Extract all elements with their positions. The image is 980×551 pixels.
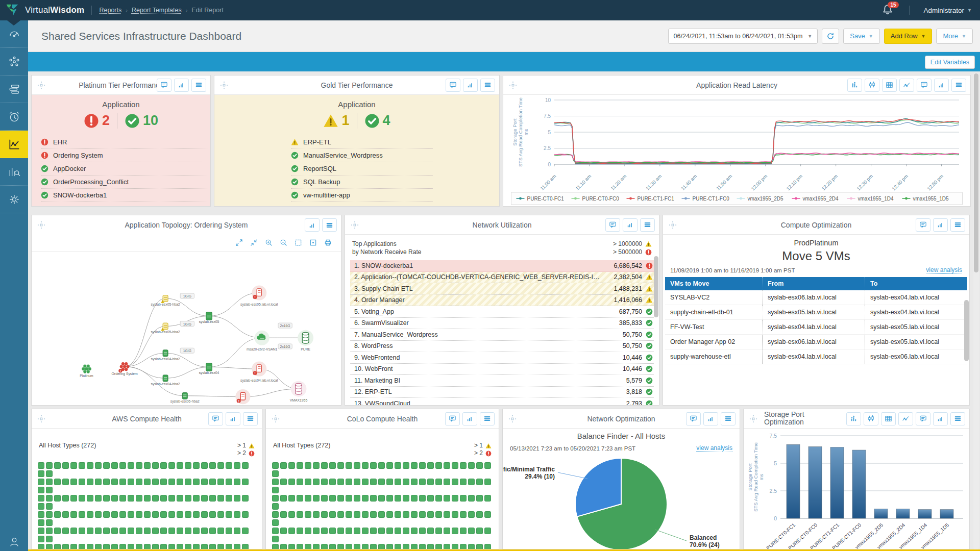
- host-cell-ok[interactable]: [484, 511, 491, 518]
- host-cell-ok[interactable]: [79, 479, 85, 485]
- host-cell-ok[interactable]: [111, 462, 118, 469]
- notifications-bell-icon[interactable]: 15: [881, 4, 895, 17]
- host-cell-ok[interactable]: [305, 544, 311, 550]
- column-chart-icon[interactable]: [847, 79, 862, 92]
- page-scrollbar[interactable]: [973, 72, 979, 550]
- host-cell-ok[interactable]: [201, 544, 208, 550]
- host-cell-ok[interactable]: [185, 479, 191, 485]
- host-cell-ok[interactable]: [403, 511, 409, 518]
- fit-icon[interactable]: [295, 239, 302, 248]
- host-cell-ok[interactable]: [288, 528, 295, 534]
- column-chart-icon[interactable]: [846, 412, 861, 425]
- comment-icon[interactable]: [605, 218, 620, 232]
- tier-item-SNOW-dockerba1[interactable]: SNOW-dockerba1: [41, 189, 208, 202]
- host-cell-ok[interactable]: [435, 528, 442, 534]
- host-cell-ok[interactable]: [468, 528, 475, 534]
- drag-handle-icon[interactable]: [749, 414, 758, 423]
- more-button[interactable]: More▼: [936, 29, 973, 44]
- host-cell-ok[interactable]: [395, 511, 401, 518]
- host-cell-ok[interactable]: [119, 479, 126, 485]
- host-cell-ok[interactable]: [272, 519, 279, 526]
- host-cell-ok[interactable]: [346, 528, 352, 534]
- host-cell-ok[interactable]: [476, 528, 483, 534]
- host-cell-ok[interactable]: [79, 544, 85, 550]
- comment-icon[interactable]: [445, 412, 460, 425]
- host-cell-ok[interactable]: [119, 528, 126, 534]
- host-cell-ok[interactable]: [168, 479, 175, 485]
- sidebar-item-topology[interactable]: [0, 48, 28, 76]
- comment-icon[interactable]: [916, 412, 930, 425]
- menu-icon[interactable]: [950, 218, 965, 232]
- host-cell-ok[interactable]: [378, 511, 385, 518]
- host-cell-ok[interactable]: [62, 544, 69, 550]
- network-utilization-row[interactable]: 2. Application--(TOMCAT-COUCHDB-VERTICA-…: [350, 272, 654, 284]
- host-cell-ok[interactable]: [95, 462, 102, 469]
- host-cell-ok[interactable]: [378, 479, 385, 485]
- host-cell-ok[interactable]: [427, 479, 434, 485]
- host-cell-ok[interactable]: [329, 544, 336, 550]
- comment-icon[interactable]: [157, 79, 172, 92]
- host-cell-ok[interactable]: [452, 544, 458, 550]
- breadcrumb-report-templates[interactable]: Report Templates: [132, 7, 182, 14]
- bar[interactable]: [852, 450, 866, 518]
- host-cell-ok[interactable]: [136, 462, 142, 469]
- network-utilization-row[interactable]: 3. Supply Chain ETL1,488,231: [350, 283, 654, 295]
- host-cell-ok[interactable]: [209, 462, 216, 469]
- host-cell-ok[interactable]: [111, 479, 118, 485]
- host-cell-ok[interactable]: [38, 487, 44, 493]
- network-utilization-row[interactable]: 13. VWSoundCloud2,793: [350, 398, 654, 406]
- breadcrumb-reports[interactable]: Reports: [99, 7, 121, 14]
- host-cell-ok[interactable]: [103, 528, 110, 534]
- host-cell-ok[interactable]: [370, 462, 377, 469]
- host-cell-ok[interactable]: [70, 544, 77, 550]
- host-cell-ok[interactable]: [95, 544, 102, 550]
- host-cell-ok[interactable]: [128, 495, 134, 502]
- host-cell-ok[interactable]: [288, 495, 295, 502]
- host-cell-ok[interactable]: [38, 462, 44, 469]
- host-cell-ok[interactable]: [226, 495, 232, 502]
- host-cell-ok[interactable]: [362, 462, 369, 469]
- host-cell-ok[interactable]: [152, 462, 159, 469]
- host-cell-ok[interactable]: [337, 511, 344, 518]
- host-cell-ok[interactable]: [403, 528, 409, 534]
- host-cell-ok[interactable]: [378, 544, 385, 550]
- host-cell-ok[interactable]: [321, 462, 328, 469]
- host-cell-ok[interactable]: [305, 479, 311, 485]
- host-cell-ok[interactable]: [370, 479, 377, 485]
- table-row[interactable]: FF-VW-Testsyslab-esx04.lab.vi.localsysla…: [665, 320, 967, 335]
- menu-icon[interactable]: [480, 79, 495, 92]
- host-cell-ok[interactable]: [313, 544, 320, 550]
- comment-icon[interactable]: [208, 412, 223, 425]
- host-cell-ok[interactable]: [79, 462, 85, 469]
- menu-icon[interactable]: [951, 79, 966, 92]
- host-cell-ok[interactable]: [95, 511, 102, 518]
- host-cell-ok[interactable]: [337, 479, 344, 485]
- user-menu[interactable]: Administrator ▼: [924, 7, 972, 14]
- host-cell-ok[interactable]: [297, 511, 303, 518]
- host-cell-ok[interactable]: [119, 462, 126, 469]
- host-cell-ok[interactable]: [152, 528, 159, 534]
- host-cell-ok[interactable]: [427, 544, 434, 550]
- host-cell-ok[interactable]: [193, 528, 200, 534]
- host-cell-ok[interactable]: [280, 511, 287, 518]
- add-row-button[interactable]: Add Row▼: [884, 29, 933, 44]
- host-cell-ok[interactable]: [193, 462, 200, 469]
- tier-item-OrderProcessing_Conflict[interactable]: OrderProcessing_Conflict: [41, 176, 208, 189]
- sidebar-item-settings[interactable]: [0, 186, 28, 213]
- host-cell-ok[interactable]: [272, 487, 279, 493]
- host-cell-ok[interactable]: [386, 544, 393, 550]
- host-cell-ok[interactable]: [395, 544, 401, 550]
- network-utilization-row[interactable]: 5. Voting_App687,750: [350, 306, 654, 318]
- host-cell-ok[interactable]: [313, 511, 320, 518]
- host-cell-ok[interactable]: [87, 528, 93, 534]
- host-cell-ok[interactable]: [185, 495, 191, 502]
- host-cell-ok[interactable]: [144, 511, 151, 518]
- host-cell-ok[interactable]: [46, 462, 53, 469]
- bar[interactable]: [874, 509, 888, 518]
- host-cell-ok[interactable]: [128, 479, 134, 485]
- host-cell-ok[interactable]: [305, 511, 311, 518]
- host-cell-ok[interactable]: [62, 479, 69, 485]
- host-cell-ok[interactable]: [272, 495, 279, 502]
- host-cell-ok[interactable]: [460, 511, 467, 518]
- host-cell-ok[interactable]: [46, 544, 53, 550]
